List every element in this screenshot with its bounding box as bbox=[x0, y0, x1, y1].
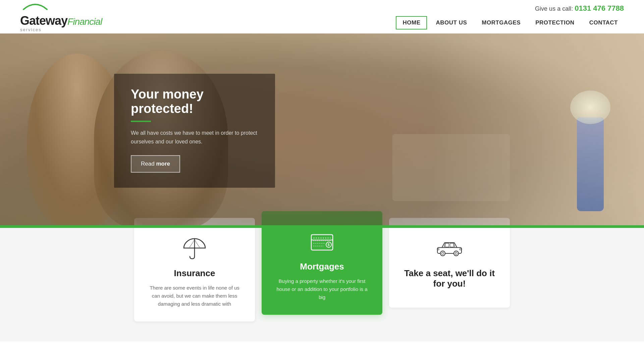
hero-green-bar bbox=[0, 225, 644, 228]
nav-protection[interactable]: PROTECTION bbox=[529, 17, 580, 29]
insurance-title: Insurance bbox=[148, 268, 241, 279]
nav-home[interactable]: HOME bbox=[396, 16, 427, 29]
hero-section: Your money protected! We all have costs … bbox=[0, 34, 644, 228]
hero-window-light bbox=[290, 34, 644, 228]
phone-line: Give us a call: 0131 476 7788 bbox=[535, 4, 624, 13]
svg-line-4 bbox=[189, 240, 195, 248]
insurance-desc: There are some events in life none of us… bbox=[148, 284, 241, 308]
umbrella-icon bbox=[181, 235, 208, 261]
seat-card[interactable]: Take a seat, we'll do it for you! bbox=[389, 218, 510, 308]
svg-line-5 bbox=[195, 240, 200, 248]
main-nav: HOME ABOUT US MORTGAGES PROTECTION CONTA… bbox=[396, 16, 624, 29]
wallet-icon: $ bbox=[309, 228, 335, 255]
logo-gateway-text: Gateway bbox=[20, 14, 67, 27]
hero-title: Your money protected! bbox=[131, 87, 258, 116]
svg-rect-7 bbox=[311, 235, 333, 240]
nav-about[interactable]: ABOUT US bbox=[430, 17, 473, 29]
svg-point-17 bbox=[440, 251, 445, 256]
mortgages-title: Mortgages bbox=[275, 261, 369, 272]
nav-mortgages[interactable]: MORTGAGES bbox=[476, 17, 527, 29]
phone-number[interactable]: 0131 476 7788 bbox=[575, 4, 624, 12]
svg-point-19 bbox=[454, 251, 459, 256]
hero-underline bbox=[131, 121, 151, 122]
mortgages-desc: Buying a property whether it's your firs… bbox=[275, 277, 369, 301]
read-text: Read bbox=[141, 161, 156, 167]
seat-title: Take a seat, we'll do it for you! bbox=[402, 268, 496, 289]
cards-section: Insurance There are some events in life … bbox=[0, 228, 644, 342]
logo-arc-icon bbox=[20, 1, 50, 11]
logo-financial-text: Financial bbox=[67, 17, 102, 27]
svg-rect-16 bbox=[450, 243, 454, 247]
nav-contact[interactable]: CONTACT bbox=[583, 17, 624, 29]
header: GatewayFinancial services Give us a call… bbox=[0, 0, 644, 34]
read-more-button[interactable]: Read more bbox=[131, 155, 180, 173]
hero-content: Your money protected! We all have costs … bbox=[114, 74, 275, 188]
insurance-card[interactable]: Insurance There are some events in life … bbox=[134, 218, 255, 321]
more-text: more bbox=[156, 161, 170, 167]
header-right: Give us a call: 0131 476 7788 HOME ABOUT… bbox=[396, 4, 624, 29]
logo-area[interactable]: GatewayFinancial services bbox=[20, 1, 102, 33]
hero-description: We all have costs we have to meet in ord… bbox=[131, 129, 258, 146]
logo-services-text: services bbox=[20, 27, 102, 32]
phone-label: Give us a call: bbox=[535, 5, 573, 12]
svg-rect-15 bbox=[445, 243, 449, 247]
car-icon bbox=[436, 235, 463, 261]
svg-text:$: $ bbox=[328, 243, 330, 247]
